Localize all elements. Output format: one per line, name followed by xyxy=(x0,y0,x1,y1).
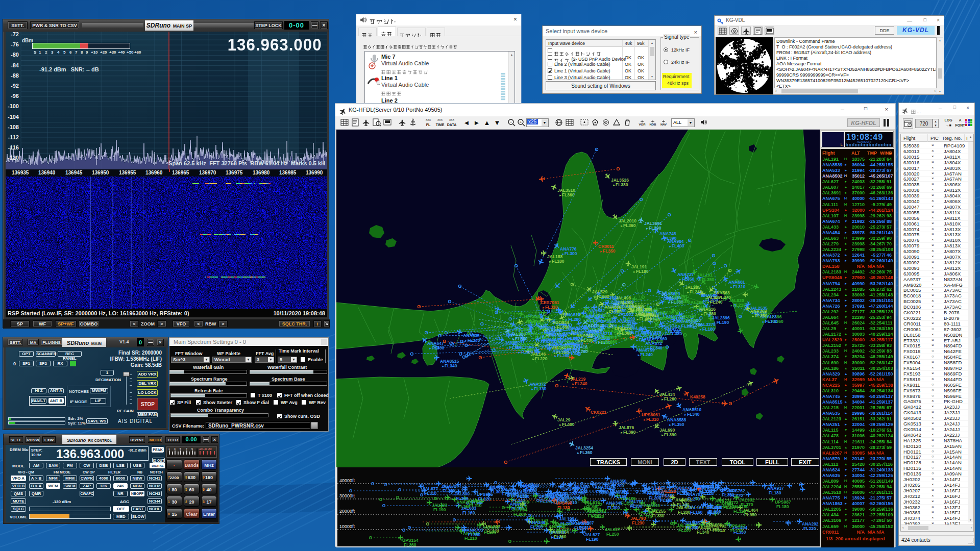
svg-text:FL280: FL280 xyxy=(678,510,691,515)
svg-text:FL330: FL330 xyxy=(486,529,499,534)
svg-text:FL230: FL230 xyxy=(632,520,645,525)
svg-text:FL260: FL260 xyxy=(458,504,471,509)
svg-text:3: 3 xyxy=(174,447,176,450)
svg-text:FL280: FL280 xyxy=(513,512,526,517)
svg-text:FL140: FL140 xyxy=(677,502,690,507)
svg-text:FL170: FL170 xyxy=(589,507,601,512)
svg-text:FL300: FL300 xyxy=(686,525,699,530)
svg-text:9: 9 xyxy=(191,447,193,450)
svg-text:FL170: FL170 xyxy=(730,528,743,533)
svg-text:►: ► xyxy=(592,416,595,419)
svg-text:FL160: FL160 xyxy=(690,510,703,515)
svg-text:FL250: FL250 xyxy=(530,524,543,530)
svg-text:K40258: K40258 xyxy=(690,394,705,399)
svg-text:FL270: FL270 xyxy=(688,496,700,502)
svg-text:10000ft: 10000ft xyxy=(339,524,355,529)
svg-text:30000ft: 30000ft xyxy=(339,493,355,498)
svg-text:FL250: FL250 xyxy=(606,532,619,537)
svg-text:FL340: FL340 xyxy=(697,530,709,535)
svg-text:FL360: FL360 xyxy=(404,542,416,546)
svg-text:1: 1 xyxy=(168,447,170,450)
svg-text:FL160: FL160 xyxy=(614,494,627,499)
svg-text:FL130: FL130 xyxy=(502,491,515,496)
svg-text:FL350: FL350 xyxy=(722,492,734,497)
svg-text:►: ► xyxy=(692,400,695,404)
svg-text:7: 7 xyxy=(186,447,187,450)
svg-text:FL180: FL180 xyxy=(769,490,781,495)
svg-text:FL320: FL320 xyxy=(733,509,746,514)
svg-text:FL330: FL330 xyxy=(652,513,665,518)
svg-text:20000ft: 20000ft xyxy=(339,509,355,514)
svg-text:FL360: FL360 xyxy=(596,489,609,494)
svg-text:FL360: FL360 xyxy=(554,534,567,539)
svg-text:+20 +40 +60: +20 +40 +60 xyxy=(199,448,212,450)
svg-text:FL260: FL260 xyxy=(456,496,469,501)
svg-text:FL140: FL140 xyxy=(540,498,553,504)
svg-text:FL190: FL190 xyxy=(433,507,446,512)
svg-text:FL350: FL350 xyxy=(744,512,757,517)
svg-text:5: 5 xyxy=(180,447,181,450)
svg-text:40000ft: 40000ft xyxy=(339,478,355,483)
svg-text:FL230: FL230 xyxy=(700,489,713,494)
svg-text:FL310: FL310 xyxy=(579,525,592,530)
svg-text:FL160: FL160 xyxy=(462,510,475,515)
svg-text:FL190: FL190 xyxy=(586,537,599,542)
svg-text:FL390: FL390 xyxy=(588,513,601,518)
svg-text:FL260: FL260 xyxy=(707,510,720,515)
svg-text:NAV: NAV xyxy=(660,123,667,126)
svg-text:VOR: VOR xyxy=(639,123,646,126)
svg-text:CK0221: CK0221 xyxy=(591,410,606,415)
svg-text:FL180: FL180 xyxy=(776,504,789,509)
svg-text:+: + xyxy=(520,120,522,124)
svg-text:NDB: NDB xyxy=(650,123,657,126)
svg-text:FL220: FL220 xyxy=(803,526,816,531)
svg-text:FL350: FL350 xyxy=(468,532,481,537)
svg-text:-: - xyxy=(510,120,512,124)
